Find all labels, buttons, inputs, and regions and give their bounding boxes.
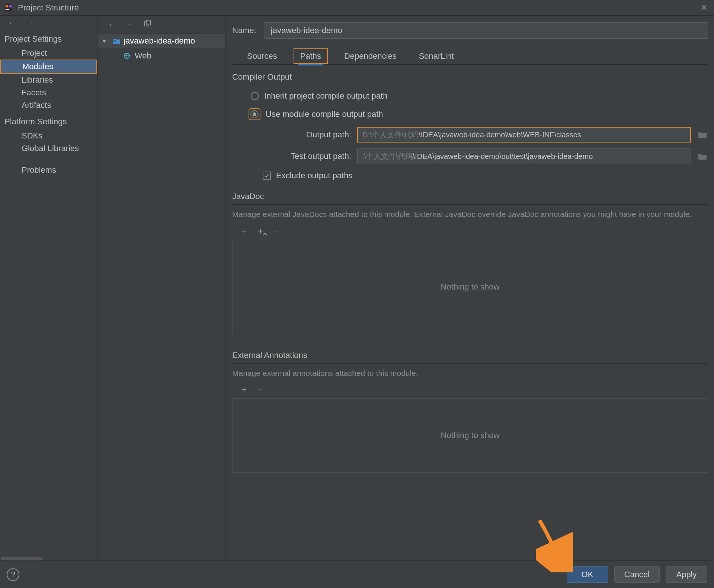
output-path-gray: D:\个人文件\代码 [362,130,419,140]
output-path-label: Output path: [251,130,351,140]
nav-item-global-libraries[interactable]: Global Libraries [0,142,97,155]
radio-use-module-label: Use module compile output path [266,109,383,119]
module-name-input[interactable] [265,22,708,39]
chevron-down-icon[interactable]: ▾ [103,38,109,45]
test-output-path-input[interactable]: :\个人文件\代码\IDEA\javaweb-idea-demo\out\tes… [357,148,691,164]
titlebar: Project Structure ✕ [0,0,714,16]
javadoc-list: Nothing to show [232,240,708,334]
svg-rect-2 [9,5,12,7]
module-editor: Name: Sources Paths Dependencies SonarLi… [225,16,714,560]
remove-icon[interactable]: － [125,19,134,31]
test-output-path-gray: :\个人文件\代码 [362,151,413,162]
ext-anno-hint: Manage external annotations attached to … [232,366,708,382]
web-icon [124,52,132,59]
folder-icon [112,38,121,44]
scrollbar-thumb[interactable] [1,557,42,560]
javadoc-remove-icon[interactable]: － [272,225,281,237]
forward-icon[interactable]: → [25,17,34,27]
back-icon[interactable]: ← [7,17,17,27]
nav-item-problems[interactable]: Problems [0,164,97,176]
tab-sonarlint[interactable]: SonarLint [413,49,460,63]
nav-item-artifacts[interactable]: Artifacts [0,99,97,112]
test-output-path-light: \IDEA\javaweb-idea-demo\out\test\javaweb… [413,152,593,161]
module-tree: ＋ － ▾ javaweb-idea-demo Web [97,16,225,560]
nav-item-project[interactable]: Project [0,47,97,60]
ext-anno-remove-icon[interactable]: － [256,383,265,395]
tab-sources[interactable]: Sources [241,49,283,63]
radio-inherit-label: Inherit project compile output path [264,91,387,101]
svg-rect-5 [146,20,150,25]
nav-item-modules[interactable]: Modules [0,60,97,74]
copy-icon[interactable] [144,19,151,30]
name-label: Name: [232,26,256,35]
javadoc-add-icon[interactable]: ＋ [240,225,249,237]
tab-paths[interactable]: Paths [294,48,328,64]
browse-output-icon[interactable] [697,131,708,139]
ext-anno-empty: Nothing to show [441,431,500,440]
compiler-output-header: Compiler Output [232,72,708,85]
ext-anno-list: Nothing to show [232,398,708,473]
left-nav: ← → Project Settings Project Modules Lib… [0,16,97,560]
svg-rect-6 [113,40,116,42]
apply-button[interactable]: Apply [666,566,707,583]
nav-item-sdks[interactable]: SDKs [0,130,97,142]
javadoc-add-url-icon[interactable]: ＋⊕ [256,225,265,237]
ok-button[interactable]: OK [567,566,608,583]
ext-anno-header: External Annotations [232,351,708,364]
help-icon[interactable]: ? [7,568,19,581]
radio-use-module-highlight [249,108,260,120]
javadoc-empty: Nothing to show [441,282,500,292]
tree-module-row[interactable]: ▾ javaweb-idea-demo [97,33,225,48]
output-path-input[interactable]: D:\个人文件\代码\IDEA\javaweb-idea-demo\web\WE… [357,127,691,143]
svg-rect-3 [6,9,9,10]
app-icon [4,4,13,12]
checkbox-exclude-output-label: Exclude output paths [276,171,352,180]
checkbox-exclude-output[interactable]: ✓ [263,172,271,180]
section-project-settings: Project Settings [0,29,97,47]
radio-inherit[interactable] [251,92,259,100]
add-icon[interactable]: ＋ [106,19,115,31]
svg-rect-1 [6,5,8,7]
radio-use-module[interactable] [250,110,259,118]
javadoc-hint: Manage external JavaDocs attached to thi… [232,207,708,223]
browse-test-output-icon[interactable] [697,152,708,160]
window-title: Project Structure [18,3,698,13]
ext-anno-add-icon[interactable]: ＋ [240,383,249,395]
tree-facet-label: Web [135,51,151,61]
close-icon[interactable]: ✕ [698,3,710,13]
tab-dependencies[interactable]: Dependencies [338,49,403,63]
left-nav-scrollbar[interactable] [0,557,97,560]
tabs: Sources Paths Dependencies SonarLint [232,48,708,65]
dialog-footer: ? OK Cancel Apply [0,560,714,588]
javadoc-header: JavaDoc [232,192,708,205]
tree-facet-row[interactable]: Web [97,48,225,63]
nav-item-libraries[interactable]: Libraries [0,74,97,86]
cancel-button[interactable]: Cancel [614,566,660,583]
nav-item-facets[interactable]: Facets [0,86,97,99]
section-platform-settings: Platform Settings [0,112,97,130]
output-path-light: \IDEA\javaweb-idea-demo\web\WEB-INF\clas… [419,131,581,139]
test-output-path-label: Test output path: [251,151,351,161]
tree-module-label: javaweb-idea-demo [124,36,195,46]
